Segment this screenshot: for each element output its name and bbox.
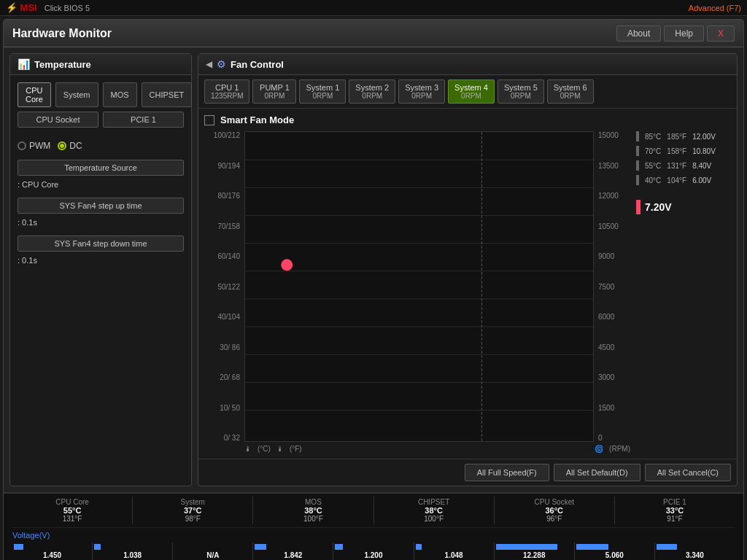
- dc-radio[interactable]: DC: [58, 141, 82, 151]
- volt-cpu-1p8: 1.842 CPU 1P8: [253, 542, 333, 560]
- volt-sys12v-bar: [496, 544, 557, 550]
- voltage-level-4: 40°C 104°F 6.00V: [636, 175, 731, 185]
- sensor-chipset-f: 100°F: [377, 515, 491, 523]
- panels-row: 📊 Temperature CPU Core System MOS CHIPSE…: [4, 47, 743, 492]
- chipset-button[interactable]: CHIPSET: [142, 82, 193, 107]
- fan-control-label: Fan Control: [231, 59, 284, 70]
- mos-button[interactable]: MOS: [103, 82, 137, 107]
- temp-f-label: (°F): [290, 445, 302, 453]
- all-set-default-button[interactable]: All Set Default(D): [554, 464, 640, 481]
- volt-cpu-vddp-value: N/A: [174, 551, 251, 559]
- volt-cpu-vddp: N/A CPU VDDP: [173, 542, 253, 560]
- sensor-chipset-name: CHIPSET: [377, 498, 491, 506]
- rpm-label: (RPM): [609, 445, 630, 453]
- sensor-pcie1-f: 91°F: [618, 515, 732, 523]
- fan-tab-system2[interactable]: System 2 0RPM: [349, 79, 395, 104]
- chart-svg: [245, 132, 593, 441]
- all-full-speed-button[interactable]: All Full Speed(F): [465, 464, 549, 481]
- chart-y-axis-left: 100/212 90/194 80/176 70/158 60/140 50/1…: [204, 131, 244, 442]
- step-down-button[interactable]: SYS Fan4 step down time: [18, 236, 184, 252]
- volt-cpu-1p8-bar-container: [255, 544, 331, 550]
- fan-tab-system1[interactable]: System 1 0RPM: [299, 79, 346, 104]
- smart-fan-checkbox[interactable]: [204, 115, 214, 125]
- pwm-radio-circle: [18, 141, 26, 150]
- voltage-level-3: 55°C 131°F 8.40V: [636, 160, 731, 171]
- sensor-system: System 37°C 98°F: [133, 497, 253, 524]
- sensor-pcie1-name: PCIE 1: [618, 498, 732, 506]
- fan-tab-system6[interactable]: System 6 0RPM: [547, 79, 594, 104]
- volt-sys5v: 5.060 System 5V: [575, 542, 655, 560]
- fan-tabs: CPU 1 1235RPM PUMP 1 0RPM System 1 0RPM …: [198, 75, 737, 109]
- top-bar: ⚡ MSI Click BIOS 5 Advanced (F7): [0, 0, 747, 16]
- sensor-mos: MOS 38°C 100°F: [253, 497, 374, 524]
- fan-control-panel: ◀ ⚙ Fan Control CPU 1 1235RPM PUMP 1 0RP…: [198, 53, 738, 486]
- cpu-socket-button[interactable]: CPU Socket: [18, 112, 98, 128]
- cpu-core-button[interactable]: CPU Core: [18, 82, 51, 107]
- voltage-12v: 12.00V: [692, 133, 716, 141]
- step-up-button[interactable]: SYS Fan4 step up time: [18, 198, 184, 214]
- volt-sys33v: 3.340 System 3.3V: [655, 542, 735, 560]
- temperature-source-button[interactable]: Temperature Source: [18, 160, 184, 176]
- volt-dram-bar: [335, 544, 343, 550]
- status-bar: CPU Core 55°C 131°F System 37°C 98°F MOS…: [4, 492, 743, 560]
- fan-rpm-icon: 🌀: [595, 445, 603, 453]
- volt-dram-value: 1.200: [335, 551, 411, 559]
- volt-cpu-nbsoc-value: 1.038: [94, 551, 171, 559]
- voltage-104f: 104°F: [667, 176, 686, 184]
- chart-control-dot[interactable]: [281, 259, 293, 271]
- volt-dram: 1.200 DRAM: [333, 542, 414, 560]
- current-voltage-indicator: [636, 200, 640, 214]
- voltage-panel: 85°C 185°F 12.00V 70°C 158°F 10.80V: [636, 131, 731, 453]
- volt-cpu-nbsoc-bar-container: [94, 544, 171, 550]
- system-button[interactable]: System: [55, 82, 98, 107]
- voltage-840v: 8.40V: [692, 162, 711, 170]
- sensor-cpu-core-c: 55°C: [15, 506, 129, 515]
- all-set-cancel-button[interactable]: All Set Cancel(C): [645, 464, 731, 481]
- temperature-label: Temperature: [34, 59, 91, 70]
- volt-dram-bar-container: [335, 544, 411, 550]
- volt-sys12v-value: 12.288: [496, 551, 573, 559]
- volt-sys5v-bar-container: [576, 544, 653, 550]
- volt-sys33v-bar: [657, 544, 677, 550]
- fan-tab-pump1[interactable]: PUMP 1 0RPM: [252, 79, 296, 104]
- dc-radio-circle: [58, 141, 66, 150]
- chart-and-voltage: 100/212 90/194 80/176 70/158 60/140 50/1…: [204, 131, 731, 453]
- voltage-55c: 55°C: [645, 162, 661, 170]
- voltage-bar-2: [636, 146, 639, 156]
- close-button[interactable]: X: [707, 26, 735, 42]
- voltage-levels: 85°C 185°F 12.00V 70°C 158°F 10.80V: [636, 131, 731, 185]
- volt-cpu-core: 1.450 CPU Core: [12, 542, 93, 560]
- pcie1-button[interactable]: PCIE 1: [103, 112, 184, 128]
- content-area: 📊 Temperature CPU Core System MOS CHIPSE…: [4, 47, 743, 560]
- sensor-row: CPU Core 55°C 131°F System 37°C 98°F MOS…: [12, 497, 735, 528]
- fan-tab-system4[interactable]: System 4 0RPM: [448, 79, 495, 104]
- voltage-158f: 158°F: [667, 147, 686, 155]
- step-down-value: : 0.1s: [10, 254, 191, 271]
- temperature-panel: 📊 Temperature CPU Core System MOS CHIPSE…: [9, 53, 192, 486]
- back-arrow-icon: ◀: [206, 59, 212, 69]
- pwm-label: PWM: [29, 141, 50, 151]
- voltage-bar-3: [636, 160, 639, 171]
- action-bar: All Full Speed(F) All Set Default(D) All…: [198, 459, 737, 486]
- sensor-cpu-core: CPU Core 55°C 131°F: [12, 497, 133, 524]
- help-button[interactable]: Help: [664, 26, 704, 42]
- pwm-radio[interactable]: PWM: [18, 141, 50, 151]
- fan-tab-system5[interactable]: System 5 0RPM: [498, 79, 544, 104]
- sensor-mos-c: 38°C: [256, 506, 370, 515]
- temp-row-1: CPU Core System MOS CHIPSET: [18, 82, 184, 107]
- current-voltage-value: 7.20V: [645, 201, 672, 213]
- fan-chart[interactable]: [244, 131, 594, 442]
- sensor-system-name: System: [136, 498, 249, 506]
- dc-radio-inner: [60, 144, 64, 148]
- fan-tab-cpu1[interactable]: CPU 1 1235RPM: [204, 79, 249, 104]
- temperature-buttons: CPU Core System MOS CHIPSET CPU Socket P…: [10, 75, 191, 135]
- volt-cpu-1p8-bar: [255, 544, 266, 550]
- temp-c-icon: 🌡: [244, 445, 252, 453]
- voltage-level-2: 70°C 158°F 10.80V: [636, 146, 731, 156]
- volt-sys33v-bar-container: [657, 544, 733, 550]
- sensor-system-c: 37°C: [136, 506, 249, 515]
- dc-label: DC: [69, 141, 82, 151]
- volt-sys12v-bar-container: [496, 544, 573, 550]
- fan-tab-system3[interactable]: System 3 0RPM: [398, 79, 445, 104]
- about-button[interactable]: About: [616, 26, 661, 42]
